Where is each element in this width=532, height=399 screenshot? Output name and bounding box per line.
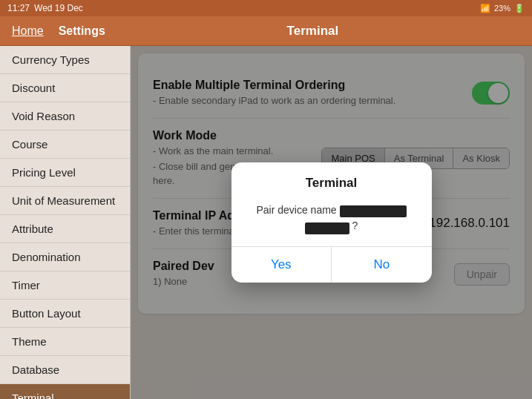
sidebar-item-theme[interactable]: Theme	[0, 328, 130, 356]
modal-no-button[interactable]: No	[332, 247, 432, 283]
settings-label: Settings	[59, 24, 105, 38]
modal-yes-button[interactable]: Yes	[231, 247, 332, 283]
modal-dialog: Terminal Pair device name ? Yes No	[231, 162, 432, 282]
status-date: Wed 19 Dec	[34, 3, 83, 13]
sidebar-item-discount[interactable]: Discount	[0, 74, 130, 102]
wifi-icon: 📶	[480, 4, 490, 13]
modal-title: Terminal	[246, 176, 417, 191]
modal-question: ?	[352, 220, 358, 231]
status-bar: 11:27 Wed 19 Dec 📶 23% 🔋	[0, 0, 532, 16]
sidebar-item-course[interactable]: Course	[0, 131, 130, 159]
page-title: Terminal	[105, 24, 520, 39]
sidebar-item-timer[interactable]: Timer	[0, 271, 130, 300]
battery-percent: 23%	[494, 4, 510, 13]
modal-redacted-line2	[305, 222, 349, 234]
sidebar: Currency Types Discount Void Reason Cour…	[0, 46, 131, 399]
modal-body-text: Pair device name	[256, 204, 336, 216]
sidebar-item-button-layout[interactable]: Button Layout	[0, 300, 130, 328]
modal-header: Terminal	[231, 162, 432, 202]
modal-redacted-text	[340, 205, 407, 217]
main-container: Currency Types Discount Void Reason Cour…	[0, 46, 532, 399]
modal-body: Pair device name ?	[231, 202, 432, 245]
modal-buttons: Yes No	[231, 246, 432, 283]
sidebar-item-database[interactable]: Database	[0, 356, 130, 384]
home-link[interactable]: Home	[12, 24, 44, 38]
sidebar-item-denomination[interactable]: Denomination	[0, 243, 130, 271]
status-time: 11:27	[7, 3, 30, 13]
content-area: Enable Multiple Terminal Ordering - Enab…	[131, 46, 532, 399]
sidebar-item-terminal[interactable]: Terminal	[0, 384, 130, 399]
nav-bar: Home Settings Terminal	[0, 16, 532, 46]
sidebar-item-unit-of-measurement[interactable]: Unit of Measurement	[0, 187, 130, 215]
sidebar-item-void-reason[interactable]: Void Reason	[0, 102, 130, 131]
sidebar-item-attribute[interactable]: Attribute	[0, 215, 130, 243]
sidebar-item-currency-types[interactable]: Currency Types	[0, 46, 130, 74]
battery-icon: 🔋	[514, 4, 525, 13]
modal-text: Pair device name ?	[246, 202, 417, 234]
modal-overlay: Terminal Pair device name ? Yes No	[131, 46, 532, 399]
sidebar-item-pricing-level[interactable]: Pricing Level	[0, 159, 130, 187]
